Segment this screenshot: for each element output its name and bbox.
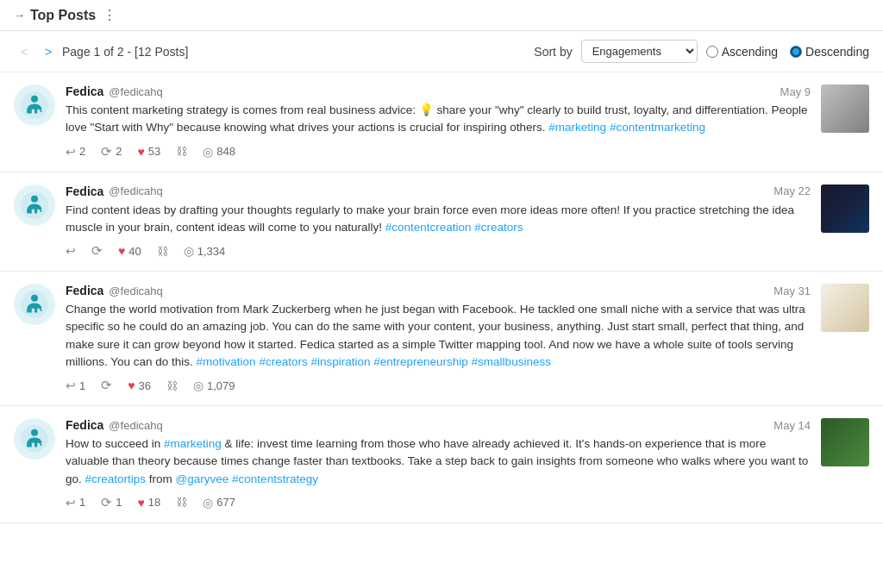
page-info: Page 1 of 2 - [12 Posts] — [62, 45, 188, 59]
top-bar-arrow: → — [14, 9, 25, 22]
reply-icon: ↩ — [66, 244, 76, 258]
reply-count: 1 — [79, 379, 85, 392]
svg-point-5 — [31, 195, 38, 202]
post-content: Fedica @fedicahq May 22 Find content ide… — [66, 185, 811, 260]
like-stat: ♥ 36 — [128, 378, 151, 392]
reply-count: 1 — [79, 496, 85, 509]
reply-icon: ↩ — [66, 496, 76, 510]
post-text: This content marketing strategy is comes… — [66, 102, 811, 137]
retweet-icon: ⟳ — [91, 243, 103, 259]
descending-option[interactable]: Descending — [790, 45, 869, 59]
like-stat: ♥ 53 — [137, 145, 160, 159]
post-header: Fedica @fedicahq May 31 — [66, 284, 811, 297]
views-count: 677 — [216, 496, 235, 509]
views-stat: ◎ 677 — [203, 496, 235, 510]
author-handle: @fedicahq — [109, 419, 162, 432]
ascending-radio[interactable] — [706, 46, 718, 58]
post-stats: ↩1 ⟳1 ♥ 18 ⛓ ◎ 677 — [66, 495, 811, 510]
prev-page-button[interactable]: < — [14, 41, 34, 62]
views-icon: ◎ — [184, 244, 194, 258]
sort-controls: Sort by Engagements Likes Retweets Repli… — [534, 40, 869, 63]
reply-icon: ↩ — [66, 145, 76, 159]
post-header: Fedica @fedicahq May 9 — [66, 84, 811, 98]
views-stat: ◎ 848 — [203, 145, 235, 159]
sort-label: Sort by — [534, 45, 572, 59]
post-header: Fedica @fedicahq May 22 — [66, 185, 811, 198]
post-author: Fedica @fedicahq — [66, 185, 163, 198]
post-author: Fedica @fedicahq — [66, 84, 163, 98]
avatar — [14, 418, 55, 460]
reply-stat: ↩1 — [66, 496, 85, 510]
ascending-option[interactable]: Ascending — [706, 45, 778, 59]
views-icon: ◎ — [203, 496, 213, 510]
post-stats: ↩2 ⟳2 ♥ 53 ⛓ ◎ 848 — [66, 144, 811, 160]
link-stat: ⛓ — [176, 145, 187, 158]
reply-count: 2 — [79, 145, 85, 158]
retweet-count: 1 — [116, 496, 122, 509]
link-stat: ⛓ — [176, 496, 187, 509]
post-text: How to succeed in #marketing & life: inv… — [66, 435, 811, 488]
next-page-button[interactable]: > — [38, 41, 59, 62]
author-handle: @fedicahq — [109, 185, 162, 197]
post-stats: ↩ ⟳ ♥ 40 ⛓ ◎ 1,334 — [66, 243, 811, 259]
post-date: May 31 — [773, 285, 811, 297]
descending-label: Descending — [805, 45, 869, 59]
avatar — [14, 185, 55, 226]
like-icon: ♥ — [137, 496, 144, 510]
link-icon: ⛓ — [176, 145, 187, 158]
pagination-controls: < > Page 1 of 2 - [12 Posts] — [14, 41, 534, 62]
reply-stat: ↩2 — [66, 145, 85, 159]
retweet-stat: ⟳ — [101, 378, 112, 393]
link-stat: ⛓ — [166, 379, 178, 392]
retweet-icon: ⟳ — [101, 144, 112, 160]
sort-order-group: Ascending Descending — [706, 45, 869, 59]
avatar — [14, 284, 55, 325]
post-text: Change the world motivation from Mark Zu… — [66, 301, 811, 371]
retweet-icon: ⟳ — [101, 495, 112, 510]
author-name: Fedica — [66, 84, 103, 98]
author-handle: @fedicahq — [109, 285, 162, 297]
post-thumbnail — [821, 284, 869, 332]
author-handle: @fedicahq — [109, 85, 162, 98]
post-date: May 14 — [773, 419, 811, 432]
post-thumbnail — [821, 185, 869, 233]
top-bar: → Top Posts ⋮ — [0, 0, 883, 31]
author-name: Fedica — [66, 284, 103, 297]
link-icon: ⛓ — [176, 496, 187, 509]
views-stat: ◎ 1,334 — [184, 244, 226, 258]
views-count: 1,079 — [207, 379, 235, 392]
retweet-icon: ⟳ — [101, 378, 112, 393]
post-author: Fedica @fedicahq — [66, 418, 163, 432]
retweet-stat: ⟳1 — [101, 495, 122, 510]
post-text: Find content ideas by drafting your thou… — [66, 202, 811, 237]
link-icon: ⛓ — [157, 245, 168, 258]
like-count: 18 — [148, 496, 160, 509]
post-content: Fedica @fedicahq May 31 Change the world… — [66, 284, 811, 393]
descending-radio[interactable] — [790, 46, 802, 58]
like-stat: ♥ 18 — [137, 496, 160, 510]
reply-stat: ↩1 — [66, 378, 85, 392]
post-thumbnail — [821, 418, 869, 466]
avatar — [14, 84, 55, 126]
post-stats: ↩1 ⟳ ♥ 36 ⛓ ◎ 1,079 — [66, 378, 811, 393]
menu-icon[interactable]: ⋮ — [103, 7, 116, 23]
retweet-stat: ⟳ — [91, 243, 103, 259]
posts-container: Fedica @fedicahq May 9 This content mark… — [0, 72, 883, 523]
reply-icon: ↩ — [66, 378, 76, 392]
views-count: 848 — [216, 145, 235, 158]
like-icon: ♥ — [118, 244, 125, 258]
sort-select[interactable]: Engagements Likes Retweets Replies Views — [581, 40, 698, 63]
views-stat: ◎ 1,079 — [193, 378, 235, 392]
pagination-bar: < > Page 1 of 2 - [12 Posts] Sort by Eng… — [0, 31, 883, 72]
retweet-stat: ⟳2 — [101, 144, 122, 160]
ascending-label: Ascending — [722, 45, 778, 59]
post-item: Fedica @fedicahq May 22 Find content ide… — [0, 172, 883, 272]
post-item: Fedica @fedicahq May 31 Change the world… — [0, 272, 883, 406]
reply-stat: ↩ — [66, 244, 76, 258]
post-author: Fedica @fedicahq — [66, 284, 163, 297]
post-date: May 9 — [780, 85, 811, 98]
like-icon: ♥ — [128, 378, 135, 392]
author-name: Fedica — [66, 185, 103, 198]
post-thumbnail — [821, 84, 869, 133]
link-stat: ⛓ — [157, 245, 168, 258]
